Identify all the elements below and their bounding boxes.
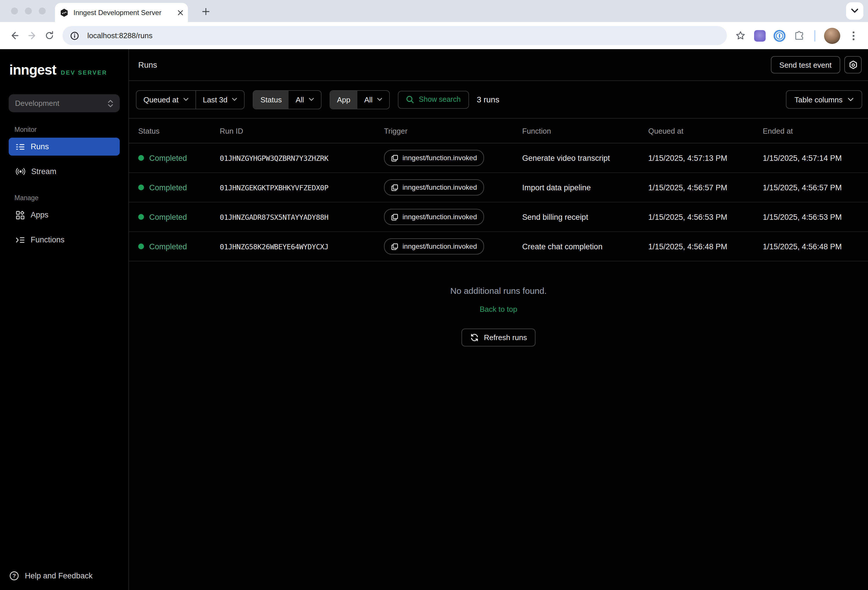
- site-info-icon[interactable]: [66, 27, 83, 44]
- time-range-dropdown[interactable]: Last 3d: [195, 90, 244, 108]
- sidebar-item-label: Functions: [31, 235, 65, 244]
- window-zoom-button[interactable]: [39, 7, 46, 15]
- status-dot: [138, 244, 144, 249]
- function-name[interactable]: Create chat completion: [522, 242, 648, 251]
- run-status: Completed: [149, 242, 187, 251]
- profile-avatar[interactable]: [824, 28, 840, 44]
- window-close-button[interactable]: [11, 7, 18, 15]
- sidebar-item-stream[interactable]: Stream: [9, 163, 120, 180]
- status-dot: [138, 185, 144, 190]
- back-button[interactable]: [6, 27, 23, 44]
- trigger-name: inngest/function.invoked: [403, 183, 477, 191]
- run-id[interactable]: 01JHNZG58K26WBEYE64WYDYCXJ: [220, 242, 384, 251]
- run-id[interactable]: 01JHNZGADR87SX5NTAYYADY88H: [220, 213, 384, 221]
- trigger-pill[interactable]: inngest/function.invoked: [384, 150, 484, 166]
- browser-tab-strip: Inngest Development Server: [0, 0, 868, 22]
- status-dot: [138, 214, 144, 220]
- run-status: Completed: [149, 183, 187, 192]
- queued-at-value: 1/15/2025, 4:56:53 PM: [648, 213, 763, 221]
- browser-menu-icon[interactable]: [845, 27, 862, 44]
- apps-category-icon: [16, 210, 25, 219]
- refresh-runs-button[interactable]: Refresh runs: [462, 328, 536, 346]
- page-title: Runs: [138, 60, 157, 69]
- trigger-pill[interactable]: inngest/function.invoked: [384, 209, 484, 225]
- show-search-button[interactable]: Show search: [398, 90, 469, 108]
- table-header: Status Run ID Trigger Function Queued at…: [129, 118, 868, 143]
- functions-icon: [16, 235, 25, 244]
- empty-state: No additional runs found. Back to top Re…: [129, 262, 868, 590]
- sidebar-item-apps[interactable]: Apps: [9, 206, 120, 224]
- stream-broadcast-icon: [16, 167, 25, 176]
- back-to-top-link[interactable]: Back to top: [480, 305, 517, 313]
- new-tab-button[interactable]: [198, 4, 213, 19]
- address-bar[interactable]: localhost:8288/runs: [62, 26, 727, 45]
- column-header-queued-at: Queued at: [648, 126, 763, 135]
- app-filter: App All: [329, 90, 390, 109]
- toolbar-divider: [814, 30, 815, 41]
- table-row[interactable]: Completed 01JHNZGADR87SX5NTAYYADY88H inn…: [129, 203, 868, 232]
- table-row[interactable]: Completed 01JHNZGYHGPW3QZBRN7Y3ZHZRK inn…: [129, 143, 868, 173]
- bookmark-star-icon[interactable]: [732, 27, 749, 44]
- settings-button[interactable]: [844, 56, 862, 74]
- search-icon: [406, 95, 414, 104]
- app-filter-label: App: [330, 90, 357, 108]
- status-filter: Status All: [253, 90, 322, 109]
- section-label-manage: Manage: [15, 194, 128, 201]
- function-name[interactable]: Import data pipeline: [522, 183, 648, 192]
- sidebar: inngest DEV SERVER Development Monitor R…: [0, 49, 129, 590]
- browser-toolbar: localhost:8288/runs: [0, 22, 868, 49]
- tab-search-button[interactable]: [846, 2, 864, 20]
- favicon-hexagon-icon: [59, 8, 69, 17]
- main-content: Runs Send test event Queued at Last: [129, 49, 868, 590]
- help-and-feedback[interactable]: ? Help and Feedback: [9, 571, 119, 581]
- url-text[interactable]: localhost:8288/runs: [87, 31, 153, 40]
- runs-count: 3 runs: [477, 95, 499, 104]
- time-field-label: Queued at: [143, 95, 179, 104]
- inngest-logo: inngest: [9, 63, 56, 77]
- table-columns-label: Table columns: [794, 95, 843, 104]
- table-row[interactable]: Completed 01JHNZGEKGKTPXBHKYVFZEDX0P inn…: [129, 173, 868, 203]
- table-row[interactable]: Completed 01JHNZG58K26WBEYE64WYDYCXJ inn…: [129, 232, 868, 262]
- time-filter: Queued at Last 3d: [136, 90, 245, 109]
- send-test-event-button[interactable]: Send test event: [771, 56, 840, 74]
- tab-close-icon[interactable]: [177, 10, 183, 15]
- run-id[interactable]: 01JHNZGEKGKTPXBHKYVFZEDX0P: [220, 183, 384, 192]
- time-field-dropdown[interactable]: Queued at: [136, 90, 195, 108]
- chevron-down-icon: [232, 98, 238, 101]
- queued-at-value: 1/15/2025, 4:57:13 PM: [648, 154, 763, 162]
- trigger-pill[interactable]: inngest/function.invoked: [384, 179, 484, 195]
- page-header: Runs Send test event: [129, 49, 868, 81]
- extensions-puzzle-icon[interactable]: [791, 27, 808, 44]
- window-controls[interactable]: [11, 7, 46, 15]
- status-filter-value: All: [295, 95, 304, 104]
- trigger-pill[interactable]: inngest/function.invoked: [384, 238, 484, 254]
- environment-selector[interactable]: Development: [9, 94, 120, 112]
- environment-value: Development: [15, 99, 59, 108]
- sidebar-item-functions[interactable]: Functions: [9, 231, 120, 249]
- queued-at-value: 1/15/2025, 4:56:48 PM: [648, 242, 763, 251]
- app-filter-dropdown[interactable]: All: [357, 90, 390, 108]
- window-minimize-button[interactable]: [25, 7, 32, 15]
- copy-icon: [391, 154, 399, 162]
- ended-at-value: 1/15/2025, 4:57:14 PM: [763, 154, 868, 162]
- password-manager-icon[interactable]: [771, 27, 788, 44]
- copy-icon: [391, 184, 399, 191]
- function-name[interactable]: Send billing receipt: [522, 213, 648, 221]
- screen: Inngest Development Server localhost:828…: [0, 0, 868, 590]
- function-name[interactable]: Generate video transcript: [522, 154, 648, 162]
- browser-tab[interactable]: Inngest Development Server: [55, 3, 188, 22]
- trigger-name: inngest/function.invoked: [403, 154, 477, 162]
- reload-button[interactable]: [40, 27, 58, 44]
- forward-button[interactable]: [23, 27, 40, 44]
- ended-at-value: 1/15/2025, 4:56:53 PM: [763, 213, 868, 221]
- status-filter-dropdown[interactable]: All: [289, 90, 321, 108]
- extension-purple-icon[interactable]: [754, 30, 766, 41]
- runs-list-icon: [16, 142, 25, 151]
- queued-at-value: 1/15/2025, 4:56:57 PM: [648, 183, 763, 192]
- sidebar-item-runs[interactable]: Runs: [9, 138, 120, 155]
- app-filter-value: All: [364, 95, 373, 104]
- chevron-down-icon: [848, 98, 853, 101]
- table-columns-button[interactable]: Table columns: [786, 90, 862, 109]
- run-id[interactable]: 01JHNZGYHGPW3QZBRN7Y3ZHZRK: [220, 154, 384, 162]
- filter-bar: Queued at Last 3d Status All: [129, 81, 868, 118]
